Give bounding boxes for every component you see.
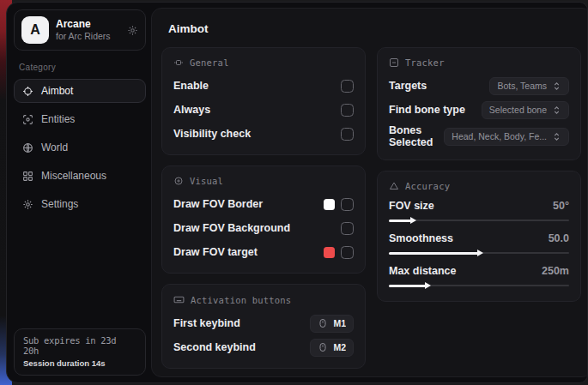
setting-label: Always	[173, 104, 210, 116]
crosshair-icon	[22, 86, 33, 97]
activation-card: Activation buttons First keybindM1Second…	[161, 284, 366, 369]
dropdown-button[interactable]: Head, Neck, Body, Fe...	[444, 128, 569, 146]
slider-thumb[interactable]	[410, 217, 416, 224]
minus-square-icon	[389, 57, 399, 68]
sidebar-item-settings[interactable]: Settings	[14, 192, 146, 216]
brand-subtitle: for Arc Riders	[56, 31, 111, 42]
card-title: Visual	[190, 176, 223, 186]
setting-label: Visibility check	[173, 128, 251, 140]
card-title: General	[190, 57, 229, 68]
globe-icon	[22, 142, 33, 153]
entities-icon	[22, 114, 33, 125]
slider-max-distance[interactable]	[389, 281, 569, 290]
checkbox[interactable]	[341, 246, 354, 259]
keybind-value: M1	[333, 318, 346, 328]
slider-value: 250m	[542, 265, 569, 277]
setting-row: Enable	[173, 76, 354, 95]
dropdown-button[interactable]: Bots, Teams	[489, 77, 569, 95]
slider-row: FOV size50°	[389, 200, 569, 225]
sidebar-item-aimbot[interactable]: Aimbot	[14, 79, 146, 103]
dropdown-value: Bots, Teams	[497, 81, 547, 91]
dropdown-button[interactable]: Selected bone	[482, 101, 569, 119]
setting-label: Targets	[389, 80, 427, 92]
dropdown-value: Selected bone	[489, 105, 547, 115]
checkbox[interactable]	[341, 222, 354, 235]
grid-icon	[22, 171, 33, 182]
app-window: A Arcane for Arc Riders Category AimbotE…	[6, 2, 588, 383]
slider-thumb[interactable]	[425, 282, 431, 289]
keybind-button[interactable]: M1	[310, 315, 354, 333]
general-card-header: General	[173, 57, 354, 68]
checkbox[interactable]	[341, 128, 354, 141]
checkbox[interactable]	[341, 80, 354, 93]
slider-value: 50°	[553, 200, 569, 212]
color-swatch[interactable]	[324, 247, 335, 258]
visual-card: Visual Draw FOV BorderDraw FOV Backgroun…	[161, 165, 366, 274]
accuracy-card: Accuracy FOV size50°Smoothness50.0Max di…	[377, 171, 581, 302]
chevrons-up-down-icon	[552, 105, 561, 115]
setting-row: Draw FOV target	[173, 243, 354, 262]
slider-smoothness[interactable]	[389, 249, 569, 257]
setting-label: Second keybind	[173, 341, 256, 353]
checkbox[interactable]	[341, 104, 354, 117]
card-title: Accuracy	[405, 181, 450, 191]
keyboard-icon	[173, 294, 185, 305]
color-swatch[interactable]	[324, 199, 335, 210]
mouse-icon	[318, 318, 328, 328]
accuracy-card-header: Accuracy	[389, 181, 569, 191]
setting-label: First keybind	[173, 317, 240, 329]
setting-label: Draw FOV Background	[173, 222, 290, 234]
general-card: General EnableAlwaysVisibility check	[161, 47, 366, 155]
sidebar-item-label: Settings	[41, 198, 78, 210]
brand-name: Arcane	[56, 18, 111, 31]
session-duration-text: Session duration 14s	[23, 358, 136, 368]
activation-card-header: Activation buttons	[173, 294, 354, 305]
slider-fill	[389, 252, 479, 255]
gear-icon[interactable]	[127, 25, 138, 36]
setting-row: Draw FOV Border	[173, 195, 354, 214]
setting-label: Bones Selected	[389, 124, 439, 148]
dropdown-value: Head, Neck, Body, Fe...	[452, 131, 547, 141]
slider-label: Max distance	[389, 265, 457, 277]
tracker-card-header: Tracker	[389, 57, 569, 68]
checkbox[interactable]	[341, 198, 354, 211]
setting-label: Enable	[173, 80, 209, 92]
setting-row: Always	[173, 100, 354, 119]
sidebar-item-miscellaneous[interactable]: Miscellaneous	[14, 164, 146, 188]
setting-row: Find bone typeSelected bone	[389, 100, 569, 119]
brand-logo: A	[21, 16, 49, 44]
right-column: Tracker TargetsBots, TeamsFind bone type…	[377, 47, 581, 302]
setting-row: Visibility check	[173, 124, 354, 143]
brand-card: A Arcane for Arc Riders	[14, 9, 146, 51]
triangle-icon	[389, 181, 399, 191]
chevrons-up-down-icon	[552, 132, 561, 141]
sidebar-item-label: Aimbot	[41, 85, 73, 97]
keybind-button[interactable]: M2	[310, 339, 354, 357]
slider-row: Max distance250m	[389, 265, 569, 290]
setting-row: Bones SelectedHead, Neck, Body, Fe...	[389, 124, 569, 148]
slider-fov-size[interactable]	[389, 216, 569, 225]
sidebar-item-label: Miscellaneous	[41, 170, 106, 182]
sub-expires-text: Sub expires in 23d 20h	[23, 335, 136, 356]
slider-row: Smoothness50.0	[389, 232, 569, 257]
visual-card-header: Visual	[173, 176, 354, 186]
sidebar: A Arcane for Arc Riders Category AimbotE…	[7, 3, 151, 382]
slider-fill	[389, 285, 427, 287]
category-label: Category	[19, 63, 142, 72]
main-panel: Aimbot General EnableAlwaysVisibility ch…	[151, 8, 588, 377]
keybind-value: M2	[333, 342, 346, 352]
chevrons-up-down-icon	[552, 81, 561, 91]
sparkle-icon	[173, 176, 184, 186]
sidebar-item-label: World	[41, 141, 68, 153]
slider-thumb[interactable]	[477, 250, 483, 256]
slider-value: 50.0	[549, 232, 569, 244]
setting-row: Draw FOV Background	[173, 219, 354, 238]
sidebar-item-world[interactable]: World	[14, 135, 146, 159]
tracker-card: Tracker TargetsBots, TeamsFind bone type…	[377, 47, 581, 160]
gear-icon	[22, 199, 33, 210]
setting-label: Draw FOV target	[173, 246, 258, 258]
left-column: General EnableAlwaysVisibility check Vis…	[161, 47, 366, 369]
card-title: Activation buttons	[191, 295, 291, 305]
sidebar-item-entities[interactable]: Entities	[14, 107, 146, 131]
card-title: Tracker	[405, 57, 445, 68]
